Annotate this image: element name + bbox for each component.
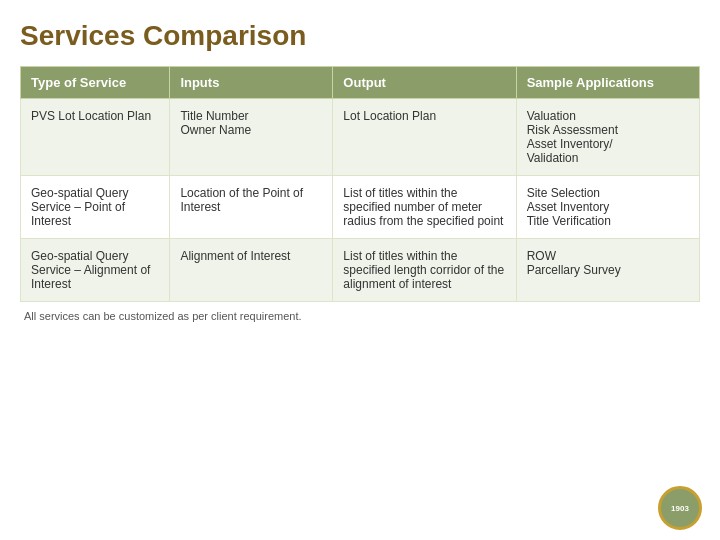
page-container: Services Comparison Type of Service Inpu… — [0, 0, 720, 540]
cell-row2-col1: Alignment of Interest — [170, 239, 333, 302]
cell-row1-col3: Site Selection Asset Inventory Title Ver… — [516, 176, 699, 239]
cell-row1-col1: Location of the Point of Interest — [170, 176, 333, 239]
cell-row0-col3: Valuation Risk Assessment Asset Inventor… — [516, 99, 699, 176]
table-row: PVS Lot Location PlanTitle Number Owner … — [21, 99, 700, 176]
cell-row2-col2: List of titles within the specified leng… — [333, 239, 516, 302]
table-row: Geo-spatial Query Service – Alignment of… — [21, 239, 700, 302]
page-title: Services Comparison — [20, 20, 700, 52]
cell-row2-col0: Geo-spatial Query Service – Alignment of… — [21, 239, 170, 302]
cell-row0-col1: Title Number Owner Name — [170, 99, 333, 176]
cell-row0-col0: PVS Lot Location Plan — [21, 99, 170, 176]
cell-row1-col0: Geo-spatial Query Service – Point of Int… — [21, 176, 170, 239]
col-header-output: Output — [333, 67, 516, 99]
table-row: Geo-spatial Query Service – Point of Int… — [21, 176, 700, 239]
cell-row2-col3: ROW Parcellary Survey — [516, 239, 699, 302]
logo-circle: 1903 — [658, 486, 702, 530]
cell-row1-col2: List of titles within the specified numb… — [333, 176, 516, 239]
col-header-sample: Sample Applications — [516, 67, 699, 99]
footer-note: All services can be customized as per cl… — [20, 310, 700, 322]
col-header-service: Type of Service — [21, 67, 170, 99]
logo-badge: 1903 — [658, 486, 702, 530]
col-header-inputs: Inputs — [170, 67, 333, 99]
cell-row0-col2: Lot Location Plan — [333, 99, 516, 176]
comparison-table: Type of Service Inputs Output Sample App… — [20, 66, 700, 302]
logo-year: 1903 — [671, 504, 689, 513]
